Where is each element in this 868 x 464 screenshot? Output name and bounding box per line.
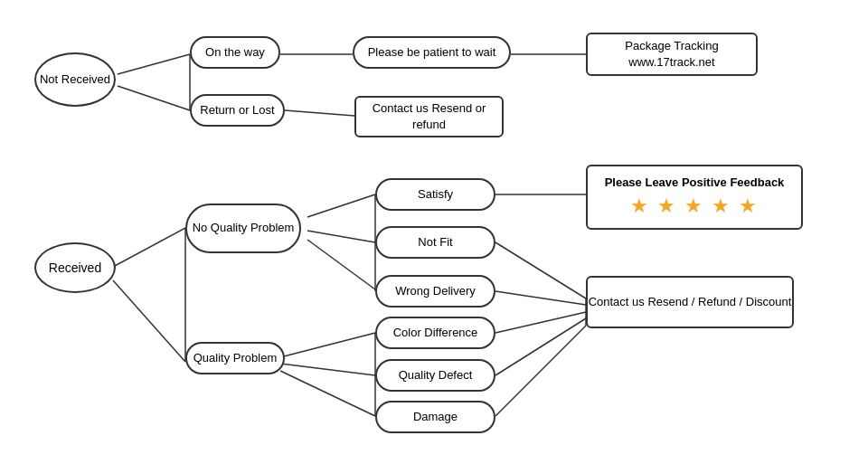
- svg-line-15: [495, 291, 586, 305]
- quality-problem-node: Quality Problem: [185, 342, 285, 374]
- feedback-text: Please Leave Positive Feedback: [605, 174, 785, 192]
- svg-line-7: [307, 194, 375, 217]
- no-quality-problem-node: No Quality Problem: [185, 204, 301, 253]
- stars-display: ★ ★ ★ ★ ★: [630, 191, 759, 221]
- svg-line-18: [495, 326, 586, 416]
- svg-line-11: [280, 364, 375, 375]
- svg-line-9: [307, 240, 375, 289]
- svg-line-8: [307, 231, 375, 242]
- svg-line-12: [280, 371, 375, 416]
- on-the-way-node: On the way: [190, 36, 280, 69]
- received-node: Received: [34, 242, 116, 293]
- contact-resend-refund-node: Contact us Resend or refund: [354, 96, 504, 137]
- svg-line-6: [113, 280, 185, 362]
- svg-line-16: [495, 312, 586, 333]
- feedback-box: Please Leave Positive Feedback ★ ★ ★ ★ ★: [586, 165, 803, 230]
- svg-line-1: [118, 86, 190, 110]
- diagram: Not Received On the way Return or Lost P…: [0, 0, 868, 464]
- color-difference-node: Color Difference: [375, 317, 495, 349]
- satisfy-node: Satisfy: [375, 178, 495, 211]
- svg-line-4: [285, 110, 354, 116]
- wrong-delivery-node: Wrong Delivery: [375, 275, 495, 308]
- return-or-lost-node: Return or Lost: [190, 94, 285, 127]
- not-fit-node: Not Fit: [375, 226, 495, 259]
- not-received-node: Not Received: [34, 52, 116, 107]
- svg-line-14: [495, 242, 586, 298]
- svg-line-0: [118, 54, 190, 74]
- svg-line-17: [495, 318, 586, 375]
- contact-resend-refund-discount-node: Contact us Resend / Refund / Discount: [586, 276, 794, 328]
- damage-node: Damage: [375, 401, 495, 433]
- package-tracking-node: Package Tracking www.17track.net: [586, 33, 758, 76]
- svg-line-5: [113, 228, 185, 267]
- patient-node: Please be patient to wait: [353, 36, 511, 69]
- quality-defect-node: Quality Defect: [375, 359, 495, 392]
- svg-line-10: [280, 333, 375, 357]
